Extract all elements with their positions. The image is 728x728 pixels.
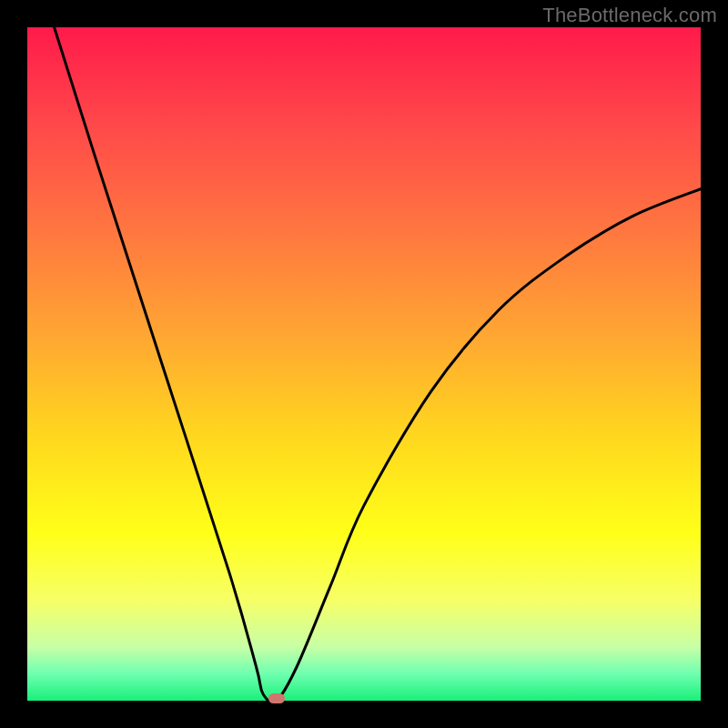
watermark-text: TheBottleneck.com (542, 4, 717, 27)
plot-area (27, 27, 701, 701)
chart-frame: TheBottleneck.com (0, 0, 728, 728)
bottleneck-curve (27, 27, 701, 701)
curve-path (55, 27, 701, 701)
minimum-marker (268, 693, 285, 703)
